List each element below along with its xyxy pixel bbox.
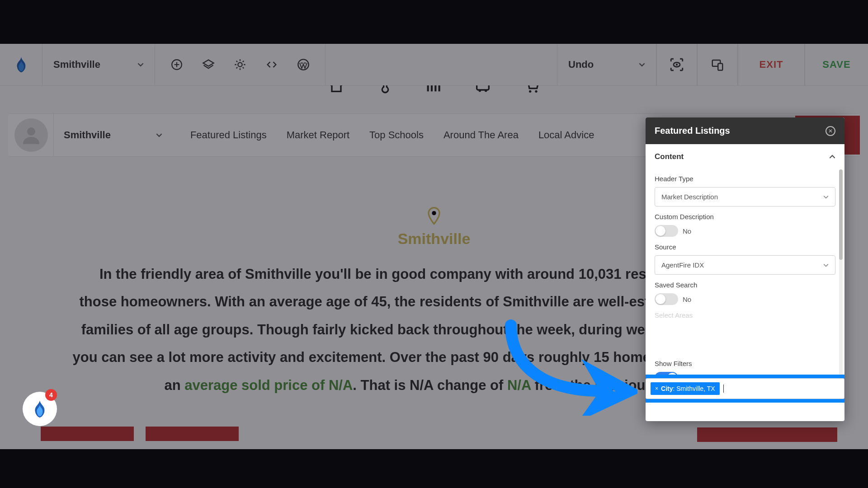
chevron-up-icon bbox=[829, 154, 835, 160]
chevron-down-icon bbox=[823, 263, 829, 268]
tag-value: : Smithville, TX bbox=[673, 385, 715, 392]
tag-prefix: City bbox=[661, 385, 673, 392]
scrollbar-thumb[interactable] bbox=[839, 169, 843, 260]
toggle-value: No bbox=[683, 227, 691, 235]
panel-header: Featured Listings ✕ bbox=[646, 117, 844, 144]
notification-badge[interactable]: 4 bbox=[23, 392, 57, 476]
header-type-select[interactable]: Market Description bbox=[655, 187, 835, 206]
section-content-toggle[interactable]: Content bbox=[646, 144, 844, 169]
panel-title: Featured Listings bbox=[655, 126, 730, 136]
select-areas-highlight: × City: Smithville, TX bbox=[646, 375, 844, 403]
flame-icon bbox=[33, 400, 47, 418]
field-label-header-type: Header Type bbox=[655, 175, 835, 183]
field-label-select-areas: Select Areas bbox=[655, 311, 835, 319]
field-label-custom-desc: Custom Description bbox=[655, 213, 835, 221]
toggle-value: No bbox=[683, 296, 691, 303]
select-value: AgentFire IDX bbox=[661, 261, 704, 269]
tag-remove-icon[interactable]: × bbox=[655, 385, 658, 392]
chevron-down-icon bbox=[823, 194, 829, 200]
close-icon[interactable]: ✕ bbox=[826, 126, 835, 136]
select-areas-input[interactable]: × City: Smithville, TX bbox=[646, 378, 844, 399]
settings-panel: Featured Listings ✕ Content Header Type … bbox=[646, 117, 844, 421]
field-label-saved-search: Saved Search bbox=[655, 281, 835, 289]
section-label: Content bbox=[655, 152, 684, 161]
source-select[interactable]: AgentFire IDX bbox=[655, 255, 835, 275]
select-value: Market Description bbox=[661, 193, 718, 201]
annotation-arrow bbox=[493, 316, 637, 416]
saved-search-toggle[interactable] bbox=[655, 293, 678, 305]
custom-desc-toggle[interactable] bbox=[655, 225, 678, 237]
area-tag[interactable]: × City: Smithville, TX bbox=[651, 382, 720, 395]
text-caret bbox=[723, 385, 724, 393]
field-label-source: Source bbox=[655, 243, 835, 251]
badge-count: 4 bbox=[45, 389, 57, 401]
field-label-show-filters: Show Filters bbox=[655, 360, 835, 367]
panel-scrollbar[interactable] bbox=[839, 169, 843, 386]
